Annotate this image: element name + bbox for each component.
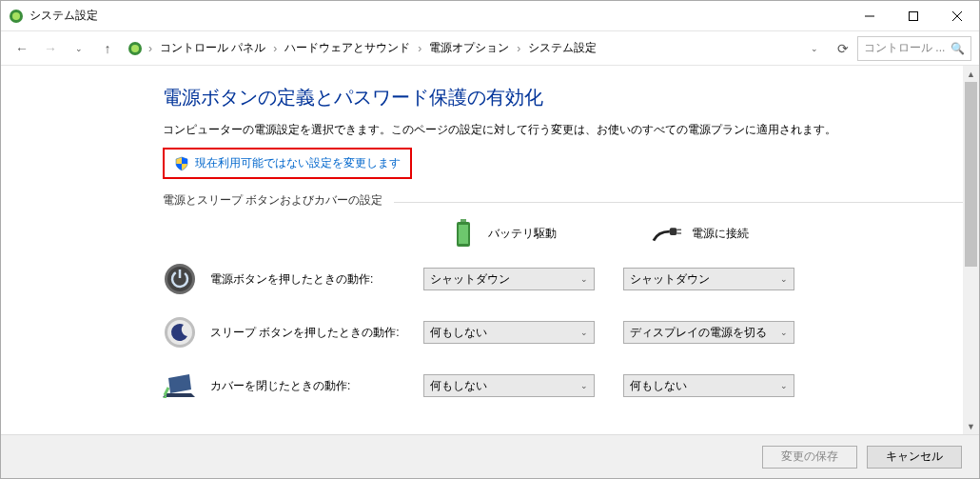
sleep-plugged-combo[interactable]: ディスプレイの電源を切る ⌄: [623, 321, 794, 344]
combo-value: シャットダウン: [430, 271, 510, 288]
chevron-right-icon: ›: [148, 42, 152, 55]
setting-label: カバーを閉じたときの動作:: [210, 378, 410, 394]
svg-rect-3: [910, 11, 918, 20]
power-plugged-combo[interactable]: シャットダウン ⌄: [623, 268, 794, 290]
maximize-button[interactable]: [892, 2, 935, 30]
svg-point-1: [12, 12, 20, 20]
column-headers: バッテリ駆動 電源に接続: [448, 218, 963, 249]
combo-value: ディスプレイの電源を切る: [630, 325, 767, 341]
search-input[interactable]: コントロール ... 🔍: [857, 36, 971, 61]
fieldset-label: 電源とスリープ ボタンおよびカバーの設定: [163, 192, 386, 209]
column-plugged-label: 電源に接続: [692, 226, 749, 242]
combo-value: シャットダウン: [630, 271, 710, 288]
chevron-down-icon[interactable]: ⌄: [811, 44, 824, 53]
combo-value: 何もしない: [630, 378, 687, 394]
refresh-button[interactable]: ⟳: [831, 36, 855, 61]
lid-battery-combo[interactable]: 何もしない ⌄: [423, 374, 595, 397]
column-battery: バッテリ駆動: [448, 218, 557, 249]
scroll-down-button[interactable]: ▼: [963, 418, 979, 434]
scroll-thumb[interactable]: [965, 82, 977, 267]
sleep-battery-combo[interactable]: 何もしない ⌄: [423, 321, 595, 344]
shield-icon: [174, 156, 189, 171]
breadcrumb-item[interactable]: コントロール パネル: [156, 38, 269, 58]
power-button-icon: [163, 262, 197, 296]
up-button[interactable]: ↑: [94, 35, 121, 62]
setting-row-power: 電源ボタンを押したときの動作: シャットダウン ⌄ シャットダウン ⌄: [163, 262, 963, 296]
recent-dropdown[interactable]: ⌄: [66, 35, 92, 62]
setting-label: 電源ボタンを押したときの動作:: [210, 271, 410, 288]
scrollbar[interactable]: ▲ ▼: [963, 66, 979, 434]
sleep-button-icon: [163, 315, 197, 349]
chevron-down-icon: ⌄: [780, 381, 788, 390]
titlebar: システム設定: [1, 1, 979, 31]
lid-icon: [163, 369, 197, 403]
svg-point-7: [131, 45, 139, 52]
window-controls: [848, 2, 979, 30]
chevron-down-icon: ⌄: [580, 381, 588, 390]
combo-value: 何もしない: [430, 378, 487, 394]
minimize-button[interactable]: [848, 2, 892, 30]
column-battery-label: バッテリ駆動: [488, 226, 557, 242]
admin-settings-link[interactable]: 現在利用可能ではない設定を変更します: [195, 155, 401, 171]
navbar: ← → ⌄ ↑ › コントロール パネル › ハードウェアとサウンド › 電源オ…: [1, 31, 979, 66]
combo-value: 何もしない: [430, 325, 487, 341]
svg-rect-10: [459, 225, 468, 244]
page-description: コンピューターの電源設定を選択できます。このページの設定に対して行う変更は、お使…: [163, 122, 963, 138]
chevron-down-icon: ⌄: [580, 274, 588, 284]
lid-plugged-combo[interactable]: 何もしない ⌄: [623, 374, 794, 397]
save-button[interactable]: 変更の保存: [762, 446, 857, 469]
search-icon: 🔍: [951, 42, 965, 55]
svg-rect-11: [670, 228, 677, 235]
back-button[interactable]: ←: [9, 35, 35, 62]
breadcrumb-item[interactable]: システム設定: [524, 38, 600, 58]
search-placeholder: コントロール ...: [864, 40, 945, 56]
column-plugged: 電源に接続: [652, 218, 749, 249]
window-title: システム設定: [29, 8, 848, 24]
chevron-right-icon: ›: [273, 42, 277, 55]
breadcrumb-item[interactable]: 電源オプション: [425, 38, 513, 58]
battery-icon: [448, 218, 479, 249]
setting-label: スリープ ボタンを押したときの動作:: [210, 325, 410, 341]
scroll-track[interactable]: [963, 82, 979, 418]
app-icon: [9, 9, 24, 24]
setting-row-sleep: スリープ ボタンを押したときの動作: 何もしない ⌄ ディスプレイの電源を切る …: [163, 315, 963, 349]
divider: [394, 202, 963, 203]
chevron-right-icon: ›: [418, 42, 421, 55]
chevron-down-icon: ⌄: [780, 274, 788, 284]
content-pane: 電源ボタンの定義とパスワード保護の有効化 コンピューターの電源設定を選択できます…: [1, 66, 963, 434]
page-title: 電源ボタンの定義とパスワード保護の有効化: [163, 85, 963, 110]
chevron-right-icon: ›: [517, 42, 520, 55]
breadcrumb-icon: [127, 41, 143, 56]
chevron-down-icon: ⌄: [580, 328, 588, 337]
setting-row-lid: カバーを閉じたときの動作: 何もしない ⌄ 何もしない ⌄: [163, 369, 963, 403]
power-battery-combo[interactable]: シャットダウン ⌄: [423, 268, 595, 290]
chevron-down-icon: ⌄: [780, 328, 788, 337]
plug-icon: [652, 218, 682, 249]
svg-rect-8: [461, 219, 466, 222]
breadcrumb-item[interactable]: ハードウェアとサウンド: [281, 38, 414, 58]
forward-button[interactable]: →: [37, 35, 64, 62]
admin-link-highlight: 現在利用可能ではない設定を変更します: [163, 148, 412, 179]
breadcrumb[interactable]: › コントロール パネル › ハードウェアとサウンド › 電源オプション › シ…: [123, 36, 829, 61]
close-button[interactable]: [935, 2, 979, 30]
cancel-button[interactable]: キャンセル: [867, 446, 962, 469]
footer: 変更の保存 キャンセル: [1, 434, 979, 478]
scroll-up-button[interactable]: ▲: [963, 66, 979, 82]
